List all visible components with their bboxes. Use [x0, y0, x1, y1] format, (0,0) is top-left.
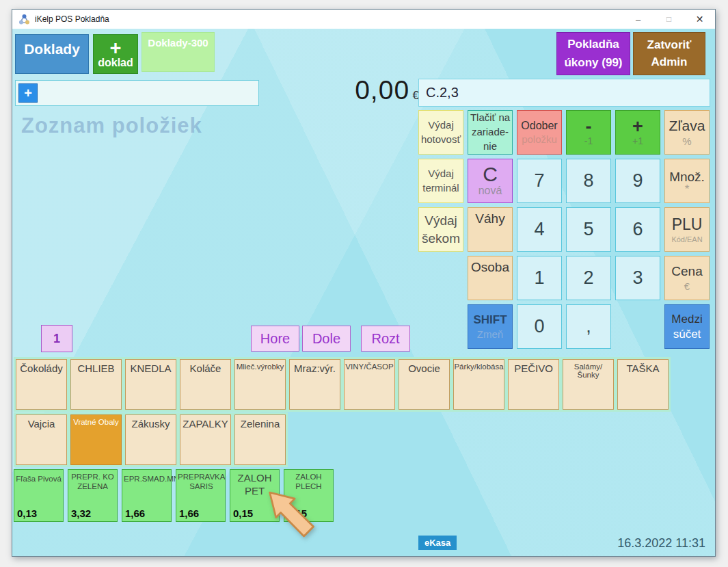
keypad-mnozstvo[interactable]: Množ.*	[664, 159, 710, 203]
search-input[interactable]	[38, 81, 258, 105]
keypad-comma[interactable]: ,	[566, 304, 611, 349]
keypad-digit-4[interactable]: 4	[517, 207, 562, 252]
pos-client-area: Doklady + doklad Doklady-300 Pokladňa úk…	[12, 29, 715, 556]
ekasa-badge[interactable]: eKasa	[418, 536, 457, 550]
category-vajcia-button[interactable]: Vajcia	[16, 414, 67, 465]
new-receipt-button[interactable]: + doklad	[93, 34, 138, 74]
keypad-vydaj-hotovost[interactable]: Výdajhotovosť	[418, 110, 463, 155]
keypad-osoba[interactable]: Osoba	[468, 256, 513, 300]
rozt-button[interactable]: Rozt	[361, 326, 410, 352]
code-input[interactable]	[418, 79, 710, 107]
category-vratne-obaly-button[interactable]: Vratné Obaly	[70, 414, 122, 465]
maximize-button[interactable]: □	[653, 10, 684, 29]
keypad-tlacit-na-zariadenie[interactable]: Tlačiť nazariade-nie	[468, 110, 513, 155]
category-zapalky-button[interactable]: ZAPALKY	[180, 414, 231, 465]
page-indicator-button[interactable]: 1	[41, 325, 72, 352]
category-taska-button[interactable]: TAŠKA	[617, 359, 669, 410]
category-row-2: VajciaVratné ObalyZákuskyZAPALKYZelenina	[14, 412, 288, 467]
window-title: iKelp POS Pokladňa	[35, 14, 109, 24]
app-logo-icon	[18, 14, 30, 25]
category-knedla-button[interactable]: KNEDLA	[125, 359, 176, 410]
category-zelenina-button[interactable]: Zelenina	[234, 414, 286, 465]
app-window: iKelp POS Pokladňa – □ ✕ Doklady + dokla…	[12, 9, 716, 557]
keypad-digit-2[interactable]: 2	[566, 256, 611, 300]
keypad-vydaj-terminal[interactable]: Výdajterminál	[418, 159, 463, 203]
keypad-digit-6[interactable]: 6	[615, 207, 660, 252]
category-kolace-button[interactable]: Koláče	[180, 359, 231, 410]
keypad-vydaj-sekom[interactable]: Výdajšekom	[418, 207, 463, 252]
cursor-arrow-icon	[264, 488, 323, 546]
keypad-digit-3[interactable]: 3	[615, 256, 660, 300]
category-ovocie-button[interactable]: Ovocie	[399, 359, 450, 410]
keypad-minus[interactable]: --1	[566, 110, 611, 155]
category-parky-klobasa-button[interactable]: Párky/klobása	[453, 359, 504, 410]
keypad-vahy[interactable]: Váhy	[468, 207, 513, 252]
keypad-digit-7[interactable]: 7	[517, 159, 562, 203]
item-search-box: +	[15, 80, 259, 106]
hore-button[interactable]: Hore	[251, 326, 299, 352]
plus-icon: +	[110, 39, 122, 57]
dole-button[interactable]: Dole	[302, 326, 351, 352]
keypad-plu[interactable]: PLUKód/EAN	[664, 207, 710, 252]
total-display: 0,00 €	[320, 75, 419, 105]
keypad-zlava[interactable]: Zľava%	[664, 110, 710, 155]
pokladna-ukony-button[interactable]: Pokladňa úkony (99)	[556, 32, 630, 75]
doklady-count-button[interactable]: Doklady-300	[141, 32, 215, 72]
doklady-button[interactable]: Doklady	[15, 34, 89, 74]
keypad-digit-1[interactable]: 1	[517, 256, 562, 300]
keypad-digit-8[interactable]: 8	[566, 159, 611, 203]
keypad: VýdajhotovosťTlačiť nazariade-nieOdoberp…	[418, 110, 710, 349]
add-item-button[interactable]: +	[18, 83, 38, 103]
category-row-1: ČokoládyCHLIEBKNEDLAKoláčeMlieč.výrobkyM…	[14, 357, 671, 412]
category-zakusky-button[interactable]: Zákusky	[125, 414, 176, 465]
keypad-odober-polozku[interactable]: Odoberpoložku	[517, 110, 562, 155]
keypad-digit-5[interactable]: 5	[566, 207, 611, 252]
minimize-button[interactable]: –	[623, 10, 653, 29]
items-list-placeholder: Zoznam položiek	[21, 114, 202, 138]
datetime-label: 16.3.2022 11:31	[617, 536, 705, 551]
category-chlieb-button[interactable]: CHLIEB	[70, 359, 122, 410]
product-prepr-ko-zelena-button[interactable]: PREPR. KO ZELENA3,32	[68, 469, 118, 522]
window-titlebar[interactable]: iKelp POS Pokladňa – □ ✕	[12, 10, 715, 29]
category-mraz-vyr-button[interactable]: Mraz:výr.	[289, 359, 340, 410]
product-prepravka-saris-button[interactable]: PREPRAVKA SARIS1,66	[176, 469, 226, 522]
category-pecivo-button[interactable]: PEČIVO	[508, 359, 559, 410]
category-viny-casop-button[interactable]: VINY/ČASOP	[344, 359, 395, 410]
keypad-digit-0[interactable]: 0	[517, 304, 562, 349]
keypad-digit-9[interactable]: 9	[615, 159, 660, 203]
keypad-cena[interactable]: Cena€	[664, 256, 710, 300]
keypad-shift[interactable]: SHIFTZmeň	[468, 304, 513, 349]
category-cokolady-button[interactable]: Čokolády	[16, 359, 67, 410]
keypad-c-nova[interactable]: Cnová	[468, 159, 513, 203]
category-salamy-sunky-button[interactable]: Salámy/Šunky	[563, 359, 614, 410]
product-flasa-pivova-button[interactable]: Fľaša Pivová0,13	[14, 469, 64, 522]
product-epr-smad-mni-button[interactable]: EPR.SMAD.MNI1,66	[122, 469, 172, 522]
category-mliec-vyrobky-button[interactable]: Mlieč.výrobky	[234, 359, 286, 410]
keypad-plus[interactable]: ++1	[615, 110, 660, 155]
close-icon[interactable]: ✕	[684, 10, 715, 29]
keypad-medzisucet[interactable]: Medzisúčet	[664, 304, 710, 349]
zatvorit-admin-button[interactable]: Zatvoriť Admin	[633, 32, 705, 75]
total-amount: 0,00	[355, 75, 409, 105]
